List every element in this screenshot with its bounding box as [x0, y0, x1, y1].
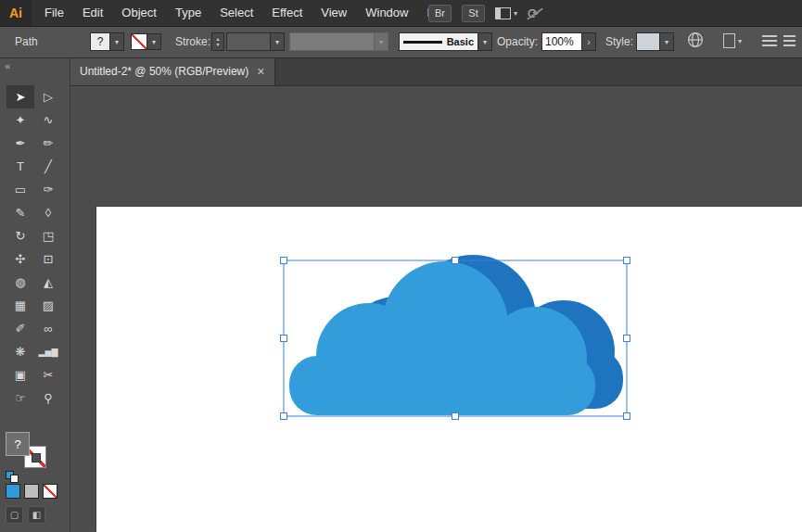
draw-mode-icon[interactable]: ▢	[6, 506, 23, 524]
chevron-down-icon	[271, 32, 285, 51]
menu-item-file[interactable]: File	[35, 0, 73, 26]
fill-none-swatch-icon	[131, 33, 147, 50]
zoom-tool[interactable]: ⚲	[34, 386, 62, 410]
style-label: Style:	[605, 35, 633, 48]
transform-panel-icon[interactable]	[783, 35, 796, 47]
rectangle-tool[interactable]: ▭	[6, 178, 34, 201]
eyedropper-tool-icon: ✐	[16, 322, 26, 336]
scale-tool-icon: ◳	[43, 229, 54, 243]
stroke-weight-value	[226, 32, 271, 51]
graphic-style-dropdown[interactable]	[636, 32, 674, 51]
menu-item-type[interactable]: Type	[166, 0, 210, 26]
lasso-tool-icon: ∿	[44, 113, 54, 127]
fill-indicator[interactable]: ?	[6, 432, 30, 456]
width-tool-icon: ✣	[16, 252, 26, 266]
menu-item-object[interactable]: Object	[112, 0, 166, 26]
document-tab[interactable]: Untitled-2* @ 50% (RGB/Preview) ×	[70, 57, 275, 85]
stroke-sample-icon	[403, 41, 442, 44]
default-fill-stroke-button[interactable]	[6, 471, 19, 482]
brush-definition-dropdown[interactable]	[289, 32, 388, 51]
menu-item-window[interactable]: Window	[356, 0, 417, 26]
chevron-down-icon	[375, 32, 388, 51]
artboard-tool-icon: ▣	[15, 368, 26, 382]
lasso-tool[interactable]: ∿	[34, 108, 62, 132]
mesh-tool-icon: ▦	[15, 298, 26, 312]
control-bar: Path ? Stroke: Basic Opacity: › Style:	[0, 26, 802, 58]
chevron-down-icon	[738, 37, 742, 45]
stroke-weight-dropdown[interactable]	[226, 32, 285, 51]
magic-wand-tool[interactable]: ✦	[6, 108, 34, 132]
paintbrush-tool[interactable]: ✑	[34, 178, 62, 201]
menu-item-effect[interactable]: Effect	[262, 0, 312, 26]
selection-tool[interactable]: ➤	[6, 85, 34, 108]
document-setup-globe-icon[interactable]	[687, 32, 704, 48]
sync-disabled-icon[interactable]	[528, 6, 540, 20]
slice-tool-icon: ✂	[44, 368, 54, 382]
artboard-tool[interactable]: ▣	[6, 363, 34, 386]
opacity-arrow-button[interactable]: ›	[582, 32, 596, 51]
pen-tool-icon: ✒	[16, 136, 26, 150]
column-graph-tool[interactable]: ▂▅▇	[34, 340, 62, 363]
slice-tool[interactable]: ✂	[34, 363, 62, 386]
workspace-switcher[interactable]	[495, 7, 517, 19]
artboard[interactable]	[96, 207, 802, 532]
menu-bar: Ai FileEditObjectTypeSelectEffectViewWin…	[0, 0, 802, 27]
opacity-label: Opacity:	[497, 35, 538, 48]
align-panel-icon[interactable]	[762, 35, 777, 47]
menu-item-edit[interactable]: Edit	[73, 0, 112, 26]
shaper-tool[interactable]: ✎	[6, 201, 34, 224]
blend-tool[interactable]: ∞	[34, 317, 62, 340]
document-tab-strip: Untitled-2* @ 50% (RGB/Preview) ×	[70, 57, 802, 86]
workspace-icon	[495, 7, 511, 19]
graphic-style-swatch	[636, 32, 660, 51]
curvature-tool[interactable]: ✏	[34, 132, 62, 155]
stroke-weight-stepper[interactable]	[211, 32, 224, 51]
magic-wand-tool-icon: ✦	[16, 113, 26, 127]
menu-item-view[interactable]: View	[312, 0, 356, 26]
opacity-input[interactable]	[541, 32, 582, 51]
shape-builder-tool-icon: ◍	[15, 275, 25, 289]
width-profile-dropdown[interactable]: ?	[90, 32, 124, 51]
bridge-button[interactable]: Br	[428, 5, 452, 22]
rotate-tool[interactable]: ↻	[6, 224, 34, 247]
free-transform-tool-icon: ⊡	[44, 252, 54, 266]
shaper-tool-icon: ✎	[16, 206, 26, 220]
chevron-down-icon	[147, 33, 161, 50]
gradient-button[interactable]	[24, 484, 39, 499]
stroke-style-value: Basic	[447, 36, 474, 47]
stock-button[interactable]: St	[462, 5, 485, 22]
color-button[interactable]	[6, 484, 20, 499]
mode-buttons: ▢ ◧	[6, 506, 45, 524]
hand-tool[interactable]: ☞	[6, 386, 34, 410]
context-label: Path	[15, 35, 38, 48]
mesh-tool[interactable]: ▦	[6, 294, 34, 317]
width-tool[interactable]: ✣	[6, 247, 34, 271]
screen-mode-icon[interactable]: ◧	[28, 506, 45, 524]
gradient-tool[interactable]: ▨	[34, 294, 62, 317]
eyedropper-tool[interactable]: ✐	[6, 317, 34, 340]
pen-tool[interactable]: ✒	[6, 132, 34, 155]
perspective-grid-tool[interactable]: ◭	[34, 271, 62, 294]
scale-tool[interactable]: ◳	[34, 224, 62, 247]
symbol-sprayer-tool[interactable]: ❋	[6, 340, 34, 363]
free-transform-tool[interactable]: ⊡	[34, 247, 62, 271]
none-button[interactable]	[43, 484, 57, 499]
menu-item-select[interactable]: Select	[210, 0, 262, 26]
brush-definition-value	[289, 32, 375, 51]
line-segment-tool[interactable]: ╱	[34, 155, 62, 178]
stroke-style-dropdown[interactable]: Basic	[399, 32, 492, 51]
collapse-panel-button[interactable]: «	[5, 60, 10, 71]
fill-color-dropdown[interactable]	[131, 33, 161, 52]
menu-bar-right: Br St	[428, 0, 540, 26]
shape-builder-tool[interactable]: ◍	[6, 271, 34, 294]
document-setup-dropdown[interactable]	[723, 33, 742, 48]
direct-selection-tool[interactable]: ▷	[34, 85, 62, 108]
eraser-tool-icon: ◊	[45, 206, 51, 220]
eraser-tool[interactable]: ◊	[34, 201, 62, 224]
document-icon	[723, 33, 735, 48]
type-tool[interactable]: T	[6, 155, 34, 178]
gradient-tool-icon: ▨	[43, 298, 54, 312]
close-icon[interactable]: ×	[257, 65, 264, 78]
hand-tool-icon: ☞	[15, 391, 26, 405]
app-logo: Ai	[0, 0, 32, 26]
